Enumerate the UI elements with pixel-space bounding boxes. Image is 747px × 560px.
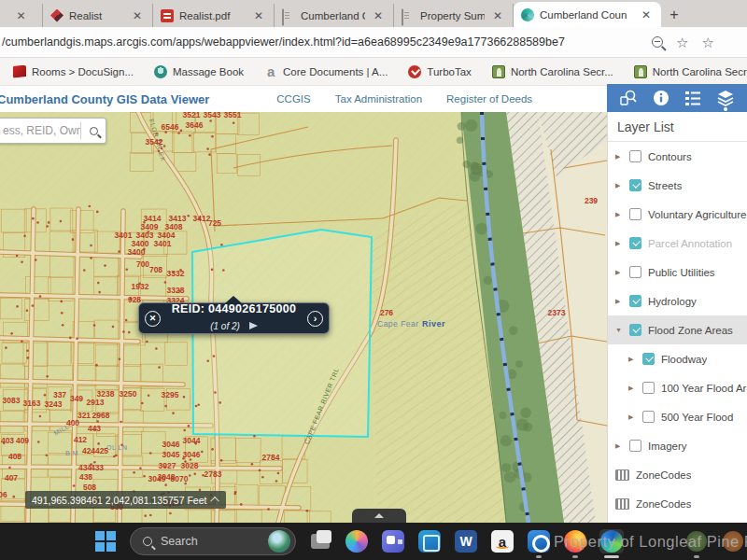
layer-item[interactable]: ▶Floodway [608,344,747,373]
map-popup: ✕ REID: 0449026175000 (1 of 2) › [138,302,330,334]
word-icon: W [455,530,477,553]
zoom-indicator-icon[interactable] [652,36,663,48]
document-favicon [282,8,284,26]
search-doodle-icon[interactable] [268,530,290,553]
expand-arrow-icon[interactable]: ▶ [615,442,623,450]
layer-checkbox[interactable] [629,295,641,307]
tab-close-icon[interactable]: ✕ [371,8,386,23]
layer-checkbox[interactable] [629,208,641,220]
layer-item[interactable]: ▶Parcel Annotation [608,229,747,258]
layer-item[interactable]: ▶Streets [608,171,747,200]
teams-button[interactable] [381,529,405,553]
tab-property-summary[interactable]: Property Summar ✕ [394,4,514,27]
blue-app-button[interactable] [417,529,442,553]
layer-checkbox[interactable] [642,382,655,394]
bookmark-nc-secretary-2[interactable]: North Carolina Secr... [634,65,747,78]
tab-cumberland-active[interactable]: Cumberland Coun ✕ [514,2,661,27]
layer-item[interactable]: ▶500 Year Flood [608,402,747,431]
layer-checkbox[interactable] [629,179,641,191]
tab-cumberland-1[interactable]: Cumberland Coun ✕ [275,4,394,27]
new-tab-button[interactable]: + [661,4,687,27]
search-input[interactable] [0,124,80,137]
parcel-number: 2784 [262,453,280,462]
layer-checkbox[interactable] [629,440,641,452]
layer-checkbox[interactable] [642,353,655,365]
expand-arrow-icon[interactable]: ▶ [628,385,636,392]
outlook-button[interactable] [527,529,551,553]
nav-tax-administration[interactable]: Tax Administration [335,93,422,105]
expand-arrow-icon[interactable]: ▶ [628,413,636,421]
tab-close-icon[interactable]: ✕ [639,7,654,22]
tab-partial[interactable]: ✕ [0,4,43,27]
layer-item[interactable]: ▶Voluntary Agriculture Dist [608,200,747,229]
tab-close-icon[interactable]: ✕ [251,8,266,23]
tab-close-icon[interactable]: ✕ [490,8,505,23]
parcel-number: 407 [5,473,18,483]
layer-item[interactable]: ▶Contours [608,142,747,171]
layer-item[interactable]: ▶Hydrology [608,287,747,315]
layer-checkbox[interactable] [629,150,641,162]
query-icon[interactable] [617,87,640,109]
tab-realist[interactable]: Realist ✕ [43,4,153,27]
layer-item[interactable]: ▶Imagery [608,431,747,460]
info-icon[interactable] [650,87,672,109]
layer-item[interactable]: ZoneCodes [608,460,747,489]
realist-favicon [50,9,63,22]
layer-checkbox[interactable] [629,237,641,249]
layers-icon[interactable] [714,87,737,109]
amazon-button[interactable]: a [490,529,514,553]
bookmark-docusign[interactable]: Rooms > DocuSign... [13,65,134,78]
parcel-number: 928 [128,295,141,304]
bookmarks-bar: Rooms > DocuSign... Massage Book aCore D… [0,58,747,86]
url-field[interactable]: /cumberlandgis.maps.arcgis.com/apps/weba… [0,35,644,49]
taskbar-search[interactable]: Search [130,527,296,555]
layer-label: ZoneCodes [636,498,691,510]
popup-next-icon[interactable]: › [307,311,323,327]
layer-checkbox[interactable] [629,266,641,278]
tab-close-icon[interactable]: ✕ [130,8,145,23]
bookmark-nc-secretary-1[interactable]: North Carolina Secr... [492,65,613,78]
tab-realist-pdf[interactable]: Realist.pdf ✕ [153,4,275,27]
popup-flag-icon[interactable] [249,322,258,329]
layer-checkbox[interactable] [642,411,655,423]
search-icon[interactable] [81,127,106,135]
start-button[interactable] [93,529,118,553]
layer-item[interactable]: ▶Public Utilities [608,258,747,287]
layer-label: 500 Year Flood [661,412,733,423]
layer-item[interactable]: ▶100 Year Flood Area [608,373,747,402]
popup-close-icon[interactable]: ✕ [145,311,161,327]
layer-item[interactable]: ▼Flood Zone Areas [608,315,747,344]
expand-arrow-icon[interactable]: ▶ [615,182,623,189]
expand-arrow-icon[interactable]: ▶ [615,240,623,247]
parcel-number: 3328 [167,286,185,295]
bookmark-massage-book[interactable]: Massage Book [154,65,244,78]
map-canvas[interactable]: Cape FearRiverCAPE FEAR RIVER TRLFLOR DR… [0,112,607,523]
attribute-table-tab[interactable] [352,509,406,523]
word-button[interactable]: W [454,529,478,553]
layer-item[interactable]: ZoneCodes [608,489,747,518]
expand-arrow-icon[interactable]: ▶ [615,153,623,161]
parcel-number: 408 [8,452,21,461]
legend-icon[interactable] [682,87,704,109]
parcel-number: 3083 [3,396,21,405]
favorites-list-icon[interactable]: ☆ [701,35,713,49]
map-search-box[interactable] [0,118,106,144]
layer-checkbox[interactable] [629,324,641,336]
chevron-up-icon[interactable] [211,497,220,506]
tab-close-icon[interactable]: ✕ [14,8,29,23]
expand-arrow-icon[interactable]: ▶ [628,356,636,363]
bookmark-core-documents[interactable]: aCore Documents | A... [264,65,388,78]
bookmark-turbotax[interactable]: TurboTax [408,65,472,78]
favorite-star-icon[interactable]: ☆ [676,35,688,49]
parcel-number: 438 [79,472,92,482]
collapse-arrow-icon[interactable]: ▼ [615,327,623,333]
street-label: B.M [65,450,78,456]
pdf-favicon [161,9,174,22]
expand-arrow-icon[interactable]: ▶ [615,269,623,276]
expand-arrow-icon[interactable]: ▶ [615,298,623,305]
expand-arrow-icon[interactable]: ▶ [615,211,623,218]
nav-register-of-deeds[interactable]: Register of Deeds [446,93,532,105]
task-view-button[interactable] [308,529,332,553]
nav-ccgis[interactable]: CCGIS [276,93,310,105]
copilot-button[interactable] [345,529,369,553]
